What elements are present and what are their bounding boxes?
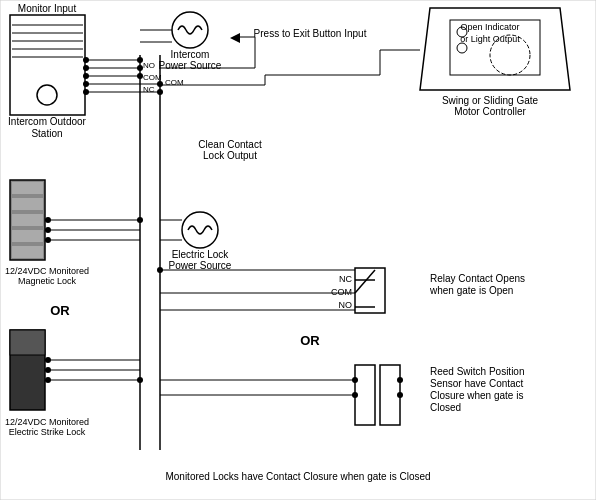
svg-text:12/24VDC Monitored: 12/24VDC Monitored: [5, 266, 89, 276]
svg-text:when gate is Open: when gate is Open: [429, 285, 513, 296]
svg-point-107: [157, 89, 163, 95]
wiring-diagram: Monitor Input Intercom Outdoor Station I…: [0, 0, 596, 500]
svg-text:Clean Contact: Clean Contact: [198, 139, 262, 150]
svg-text:or Light Output: or Light Output: [460, 34, 520, 44]
svg-text:NC: NC: [143, 85, 155, 94]
svg-text:COM: COM: [143, 73, 162, 82]
svg-rect-32: [12, 214, 43, 226]
svg-point-7: [37, 85, 57, 105]
svg-rect-33: [12, 230, 43, 242]
svg-text:COM: COM: [165, 78, 184, 87]
svg-text:NC: NC: [339, 274, 352, 284]
svg-text:Closure when gate is: Closure when gate is: [430, 390, 523, 401]
svg-text:Electric Lock: Electric Lock: [172, 249, 230, 260]
svg-text:Lock Output: Lock Output: [203, 150, 257, 161]
svg-text:Press to Exit Button Input: Press to Exit Button Input: [254, 28, 367, 39]
svg-text:Magnetic Lock: Magnetic Lock: [18, 276, 77, 286]
svg-point-23: [457, 43, 467, 53]
svg-text:Open Indicator: Open Indicator: [460, 22, 519, 32]
svg-text:Motor Controller: Motor Controller: [454, 106, 526, 117]
svg-point-48: [182, 212, 218, 248]
svg-point-68: [397, 392, 403, 398]
svg-text:Reed Switch Position: Reed Switch Position: [430, 366, 525, 377]
svg-text:NO: NO: [339, 300, 353, 310]
svg-rect-30: [12, 182, 43, 194]
svg-text:Intercom: Intercom: [171, 49, 210, 60]
svg-text:OR: OR: [300, 333, 320, 348]
svg-text:12/24VDC Monitored: 12/24VDC Monitored: [5, 417, 89, 427]
svg-point-67: [397, 377, 403, 383]
svg-point-16: [172, 12, 208, 48]
svg-point-110: [137, 377, 143, 383]
svg-rect-42: [10, 330, 45, 355]
svg-point-109: [157, 267, 163, 273]
svg-text:COM: COM: [331, 287, 352, 297]
svg-rect-31: [12, 198, 43, 210]
svg-text:NO: NO: [143, 61, 155, 70]
svg-text:Relay Contact Opens: Relay Contact Opens: [430, 273, 525, 284]
svg-text:Swing or Sliding Gate: Swing or Sliding Gate: [442, 95, 539, 106]
svg-text:OR: OR: [50, 303, 70, 318]
svg-rect-34: [12, 246, 43, 258]
svg-text:Sensor have Contact: Sensor have Contact: [430, 378, 524, 389]
svg-text:Monitor Input: Monitor Input: [18, 3, 77, 14]
svg-text:Monitored Locks have Contact C: Monitored Locks have Contact Closure whe…: [165, 471, 430, 482]
svg-text:Electric Strike Lock: Electric Strike Lock: [9, 427, 86, 437]
svg-text:Power Source: Power Source: [169, 260, 232, 271]
svg-text:Closed: Closed: [430, 402, 461, 413]
svg-text:Station: Station: [31, 128, 62, 139]
svg-point-108: [137, 217, 143, 223]
svg-text:Intercom Outdoor: Intercom Outdoor: [8, 116, 86, 127]
svg-text:Power Source: Power Source: [159, 60, 222, 71]
